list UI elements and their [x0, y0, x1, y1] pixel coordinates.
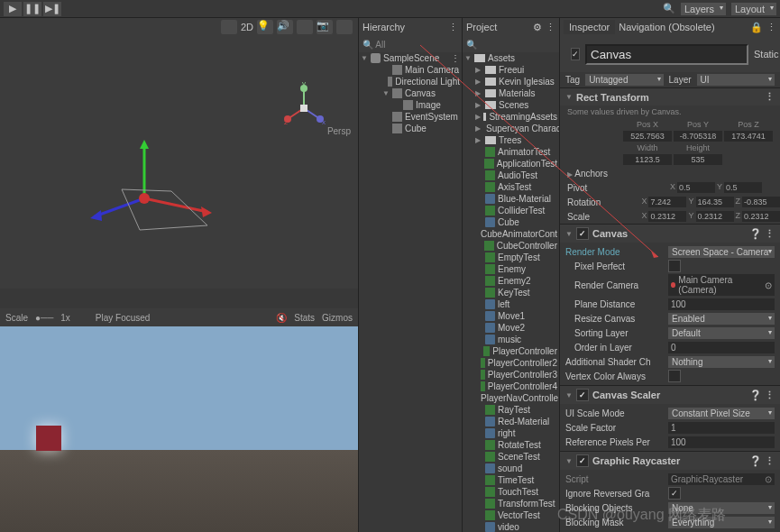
scene-view[interactable]: y z x Persp	[0, 36, 358, 289]
2d-toggle[interactable]: 2D	[241, 22, 253, 32]
active-checkbox[interactable]: ✓	[571, 48, 580, 60]
sorting-layer-dropdown[interactable]: Default	[668, 327, 775, 339]
mute-toggle[interactable]: 🔇	[276, 313, 287, 323]
persp-label[interactable]: Persp	[327, 126, 351, 136]
canvas-scaler-header[interactable]: ▼✓Canvas Scaler ❔ ⋮	[560, 386, 780, 404]
hierarchy-item[interactable]: Image	[359, 99, 462, 111]
inspector-menu-icon[interactable]: ⋮	[766, 22, 776, 33]
ignore-reversed-checkbox[interactable]: ✓	[668, 487, 681, 500]
gizmos-toggle[interactable]: Gizmos	[322, 313, 353, 323]
width-field[interactable]: 1123.5	[623, 154, 672, 165]
gizmo-toggle[interactable]	[336, 20, 353, 34]
hierarchy-search[interactable]: 🔍 All	[362, 40, 385, 50]
stats-toggle[interactable]: Stats	[294, 313, 315, 323]
shader-channels-dropdown[interactable]: Nothing	[668, 356, 775, 368]
pos-z-field[interactable]: 173.4741	[724, 131, 773, 142]
tag-dropdown[interactable]: Untagged	[585, 74, 663, 86]
render-camera-field[interactable]: Main Camera (Camera)⊙	[668, 274, 775, 296]
search-icon[interactable]: 🔍	[663, 3, 675, 14]
project-item[interactable]: right	[463, 427, 559, 439]
pixel-perfect-checkbox[interactable]	[668, 260, 681, 272]
scale-slider[interactable]: ●──	[35, 313, 53, 323]
hierarchy-item[interactable]: Directional Light	[359, 76, 462, 87]
camera-toggle[interactable]: 📷	[317, 20, 333, 34]
project-item[interactable]: Cube	[463, 216, 559, 228]
project-item[interactable]: KeyTest	[463, 287, 559, 298]
project-item[interactable]: TransformTest	[463, 498, 559, 509]
project-item[interactable]: CubeController	[463, 240, 559, 252]
pivot-y[interactable]: 0.5	[724, 182, 762, 193]
assets-root[interactable]: ▼ Assets	[463, 52, 559, 64]
project-item[interactable]: ▶Materials	[463, 87, 559, 99]
blocking-objects-dropdown[interactable]: None	[668, 502, 775, 514]
scale-factor-field[interactable]: 1	[668, 422, 775, 434]
project-item[interactable]: sound	[463, 463, 559, 474]
project-item[interactable]: video	[463, 521, 559, 532]
hierarchy-item[interactable]: ▼Canvas	[359, 87, 462, 99]
pos-x-field[interactable]: 525.7563	[623, 131, 672, 142]
project-item[interactable]: PlayerController2	[463, 357, 559, 369]
project-item[interactable]: ▶Kevin Iglesias	[463, 76, 559, 87]
layer-dropdown[interactable]: UI	[697, 74, 775, 86]
project-tab[interactable]: Project	[466, 22, 497, 32]
canvas-component-header[interactable]: ▼✓Canvas ❔ ⋮	[560, 225, 780, 243]
project-menu-icon[interactable]: ⋮	[546, 22, 555, 33]
graphic-raycaster-header[interactable]: ▼✓Graphic Raycaster ❔ ⋮	[560, 452, 780, 470]
blocking-mask-dropdown[interactable]: Everything	[668, 517, 775, 528]
fx-toggle[interactable]	[297, 20, 313, 34]
order-in-layer-field[interactable]: 0	[668, 342, 775, 353]
project-item[interactable]: Move2	[463, 322, 559, 334]
play-focused-dropdown[interactable]: Play Focused	[96, 313, 151, 323]
orientation-gizmo[interactable]: y z x	[277, 81, 331, 135]
vertex-color-checkbox[interactable]	[668, 370, 681, 382]
inspector-lock-icon[interactable]: 🔒	[750, 22, 763, 33]
project-item[interactable]: Red-Material	[463, 416, 559, 427]
hierarchy-item[interactable]: Cube	[359, 123, 462, 134]
project-item[interactable]: VectorTest	[463, 509, 559, 521]
project-item[interactable]: Blue-Material	[463, 193, 559, 205]
step-button[interactable]: ▶❚	[43, 2, 61, 16]
layout-dropdown[interactable]: Layout	[731, 3, 776, 15]
hierarchy-tab[interactable]: Hierarchy	[362, 22, 405, 32]
hierarchy-item[interactable]: Main Camera	[359, 64, 462, 76]
project-item[interactable]: ▶StreamingAssets	[463, 111, 559, 123]
project-item[interactable]: AnimatorTest	[463, 146, 559, 158]
navigation-tab[interactable]: Navigation (Obsolete)	[619, 22, 714, 32]
project-item[interactable]: TouchTest	[463, 486, 559, 498]
project-item[interactable]: CubeAnimatorCont	[463, 228, 559, 240]
project-item[interactable]: PlayerNavControlle	[463, 392, 559, 404]
resize-canvas-dropdown[interactable]: Enabled	[668, 313, 775, 325]
project-item[interactable]: EmptyTest	[463, 252, 559, 263]
project-item[interactable]: RotateTest	[463, 439, 559, 451]
layers-dropdown[interactable]: Layers	[681, 3, 726, 15]
hierarchy-item[interactable]: EventSystem	[359, 111, 462, 123]
project-item[interactable]: ▶Scenes	[463, 99, 559, 111]
project-item[interactable]: AudioTest	[463, 170, 559, 181]
render-mode-dropdown[interactable]: Screen Space - Camera	[668, 246, 775, 258]
pos-y-field[interactable]: -8.705318	[674, 131, 722, 142]
rot-z[interactable]: -0.835	[742, 197, 780, 207]
project-item[interactable]: Enemy2	[463, 275, 559, 287]
project-item[interactable]: Move1	[463, 310, 559, 322]
project-item[interactable]: AxisTest	[463, 181, 559, 193]
plane-distance-field[interactable]: 100	[668, 298, 775, 310]
ui-scale-mode-dropdown[interactable]: Constant Pixel Size	[668, 408, 775, 419]
rect-transform-header[interactable]: ▼Rect Transform ⋮	[560, 88, 780, 105]
gameobject-name-field[interactable]	[585, 44, 748, 65]
shading-mode-dropdown[interactable]	[221, 20, 237, 34]
project-item[interactable]: ▶Freeui	[463, 64, 559, 76]
hierarchy-menu-icon[interactable]: ⋮	[448, 22, 458, 33]
pause-button[interactable]: ❚❚	[23, 2, 41, 16]
project-item[interactable]: PlayerController	[463, 345, 559, 357]
project-search[interactable]: 🔍	[466, 40, 477, 50]
play-button[interactable]: ▶	[4, 2, 22, 16]
reference-pixels-field[interactable]: 100	[668, 436, 775, 448]
project-item[interactable]: PlayerController4	[463, 381, 559, 392]
audio-toggle[interactable]: 🔊	[277, 20, 293, 34]
scene-root[interactable]: ▼ SampleScene ⋮	[359, 52, 462, 64]
project-item[interactable]: left	[463, 298, 559, 310]
project-item[interactable]: SceneTest	[463, 451, 559, 463]
rot-y[interactable]: 164.35	[696, 197, 734, 207]
height-field[interactable]: 535	[674, 154, 722, 165]
transform-gizmo[interactable]	[90, 135, 234, 261]
